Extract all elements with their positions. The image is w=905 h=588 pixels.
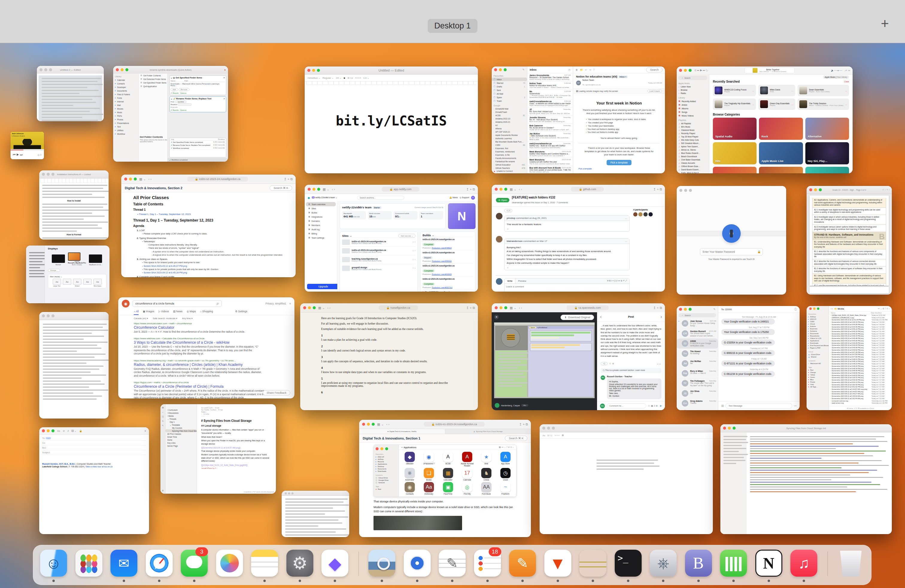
add-reaction-icon[interactable]: ☺ [505,267,629,270]
file-row[interactable]: ▫ Screenshot 2023-09-10 at 8.47.26 PM.pn… [830,351,891,354]
toc-link[interactable]: • Thread 1, Day 1 – Tuesday, September 1… [137,213,284,216]
dock-icon-textedit[interactable]: ✎ [438,547,467,583]
tree-item[interactable]: My Courses [165,426,197,429]
recent-search-card[interactable]: WWDC23 Coding FocusPlaylist … [713,85,756,96]
avatar[interactable] [496,278,502,285]
message-row[interactable]: Jae McKeeYesterday ★MB's Schedule (new S… [527,132,573,141]
tag-item[interactable]: ●Orange [807,371,829,373]
message-row[interactable]: mail@neuralleander.caYesterday SwiftUI o… [527,141,573,150]
library-item[interactable]: ▸PDFs [113,114,138,118]
filter-dropdown[interactable]: Any time ▾ [182,317,192,320]
recent-search-card[interactable]: Green Day EssentialsPlaylist … [758,99,795,110]
finder-sidebar[interactable]: Favourites ▸AirDrop▸2022-23▸CS50▸iCloud▸… [807,306,829,410]
file-row[interactable]: ▫ Screenshot 2023-09-10 at 8.45.30 PM.pn… [830,333,891,335]
file-row[interactable]: ▫ Screenshot 2023-09-10 at 8.46.49 PM.pn… [830,347,891,349]
url-field[interactable]: 🔒 icd2o-s2-2023-24.russellgordon.ca [187,176,248,181]
result-url[interactable]: https://www.wikihow.com › Calculate-the-… [134,337,265,340]
file-row[interactable]: ▫ 23051914_034e80e202_k.jpgToday at 8:12… [830,317,891,319]
sidebar-item[interactable]: ☁Shared [807,356,829,358]
display-arrangement[interactable]: Monitor Russell's MacBook ProBuilt-in Di… [48,253,106,265]
more-icon[interactable]: … [752,103,754,105]
finder-toolbar[interactable]: ‹ ›📁 Media≔ ⌄ ⊞ ⤴ ⊙ ⌕ [829,306,892,311]
dock-icon-launchpad[interactable] [75,547,103,583]
tree-item[interactable]: ⌄ Timetable [165,423,197,426]
traffic-lights[interactable] [308,188,320,191]
workflow-step-1[interactable]: ⌄ 🗂 Get Specified Finder Items✕ NamePath… [169,75,226,95]
sidebar-item[interactable]: ▸Repositories [807,335,829,337]
finder-item-row[interactable]: Downloads — Macintosh HD ▸ Users ▸ Perso… [171,82,225,87]
netlify-sidebar[interactable]: ▣Team overview▣Sites▣Builds▣Integrations… [305,201,337,292]
preview-tab[interactable]: Preview [515,278,529,283]
window-github-issue[interactable]: ▦ ⌄‹ ›🔒 github.com↥ + ⧉ ⊙ Open [FEATURE]… [492,185,665,292]
playlist-item[interactable]: ♫Classical Music [676,129,709,132]
file-row[interactable]: ▫ Screenshot 2023-09-10 at 8.45.48 PM.pn… [830,337,891,340]
window-brave-duckduckgo[interactable]: ◉ ⌕ Privacy, simplified. ≡ ⌕ All ▣ Image… [118,297,294,399]
safari-toolbar[interactable]: ▦ ⌄‹ ›🔒 github.com↥ + ⧉ [492,185,665,194]
file-row[interactable]: ▫ Screenshot 2023-09-10 at 8.45.33 PM.pn… [830,335,891,337]
file-row[interactable]: ▫ Screenshot 2023-09-11 at 5.45.27 AM.pn… [830,393,891,395]
file-row[interactable]: ▫ Screenshot 2023-09-10 at 12.01.29 PM.p… [830,319,891,321]
tab-videos[interactable]: ▷ Videos [158,310,169,315]
write-tab[interactable]: Write [505,278,515,283]
traffic-lights[interactable] [680,189,692,192]
playlist-item[interactable]: ♫David Bowie Essent… [676,168,709,171]
playlist-item[interactable]: ♫Earth, Wind & Fire E… [676,171,709,173]
tab-maps[interactable]: ◎ Maps [187,310,196,315]
result-url[interactable]: https://www.omnicalculator.com › math › … [134,322,265,325]
usage-stat[interactable]: Build minutes15/300 [368,211,392,219]
library-item[interactable]: ▸Presentations [113,121,138,125]
filter-dropdown[interactable]: Safe search: moderate ▾ [153,317,178,320]
tag-item[interactable]: ●Blue [807,378,829,381]
file-row[interactable]: ▫ Screenshot 2023-09-10 at 8.46.29 PM.pn… [830,342,891,345]
next-icon[interactable]: › [660,314,662,319]
dock-icon-1password[interactable] [403,547,432,583]
file-row[interactable]: ▫ Screenshot 2023-09-10 at 8.45.15 PM.pn… [830,331,891,333]
window-apple-music[interactable]: ⤨ ⏮ ▶ ⏭ ↻ Better TogetherJack Johnson — … [676,67,853,173]
chat-widget[interactable]: Hardenberg, Caspar99+ [495,403,528,408]
mailbox-item[interactable]: ▢Spam2 [492,95,527,99]
window-netlify[interactable]: ▦ ⌄‹ ›🔒 app.netlify.com↥ + ⧉ ◆ N netlify… [305,185,478,292]
upgrade-button[interactable]: Upgrade [307,284,340,289]
window-install-instructions[interactable]: Installation Instructions.rtf — Locked H… [39,170,109,240]
window-1password-lock[interactable]: 🔒 Your Master Password is required to us… [676,186,786,295]
preset-option[interactable]: AaLarger Text [53,279,61,287]
dock-icon-separator-1[interactable] [356,547,361,583]
window-safari-section2[interactable]: ▦ ⌄‹ ›🔒 icd2o-s2-2023-24.russellgordon.c… [121,175,296,277]
list-icons[interactable]: ♪≡ ≔ [845,69,850,72]
sidebar-item[interactable]: ▸Solutions [807,330,829,332]
mail-toolbar[interactable]: 🗑📁↩↪⤴Search [573,67,665,73]
sidebar-item[interactable]: ▦Recently Added [676,99,709,103]
sidebar-item[interactable]: ♪Radio [676,92,709,95]
tab-news[interactable]: ▤ News [173,310,183,315]
conversation-row[interactable]: GA Greg AdamsSaturday Thanks [676,399,718,408]
find-field[interactable]: symlink [175,100,186,103]
close-icon[interactable]: ✕ [494,315,499,319]
automator-library-sidebar[interactable]: Library ▸Calendar▸Contacts▸Developer▸Doc… [113,74,138,162]
traffic-lights[interactable] [809,307,819,310]
tab-shopping[interactable]: ⌂ Shopping [200,310,213,315]
reaction-pill[interactable]: +1 [601,362,608,365]
info-icon[interactable]: ⓘ [794,308,797,311]
safari-toolbar[interactable]: ▦ ⌄‹ ›🔒 icd2o-s1-2023-24.russellgordon.c… [359,420,531,429]
mailbox-item[interactable]: ▢Trash [492,99,527,103]
reaction-pill[interactable]: +1 4 [504,209,512,212]
category-tile[interactable]: Rock [759,118,803,140]
url-field[interactable]: 🔒 app.netlify.com [381,187,419,192]
library-item[interactable]: ▸Movies [113,107,138,110]
result-url[interactable]: https://byjus.com › maths › circumferenc… [134,381,265,384]
file-row[interactable]: ▫ Screenshot 2023-09-10 at 8.48.14 PM.pn… [830,361,891,363]
library-item[interactable]: ▸Workflow [113,132,138,136]
window-automator[interactable]: rename-symlink-downloads (Quick Action)●… [113,66,228,162]
file-row[interactable]: ▫ Screenshot 2023-09-11 at 5.45.32 AM.pn… [830,395,891,397]
tree-item[interactable]: All Prior Classes [165,432,197,435]
playlist-item[interactable]: ♫Classic Acoustic [676,161,709,165]
md-toolbar[interactable]: H B I ≡ ⟨⟩ ∂ ≔ ⊜ ↶ ⤢ [605,278,629,283]
window-textedit-untitled2[interactable]: Untitled 2 — Edited [37,66,104,121]
compose-toolbar[interactable]: Aa⊘∂🖼 ⌄🔒➤ [39,427,149,435]
safari-toolbar[interactable]: ▦ ⌄‹ ›🔒 ca.spacesedu.com↥ + ⧉ [492,303,665,313]
video-tour-link[interactable]: Take a video tour at lcs.on.ca [85,466,113,468]
file-row[interactable]: ▫ Screenshot 2023-09-10 at 8.48.26 PM.pn… [830,365,891,368]
label-item[interactable]: ◦Expenses, reimbursed [492,150,527,153]
conversation-row[interactable]: JM Joe McRaeSaturday Aw [676,359,718,369]
tree-item[interactable]: Server Page [165,444,197,447]
